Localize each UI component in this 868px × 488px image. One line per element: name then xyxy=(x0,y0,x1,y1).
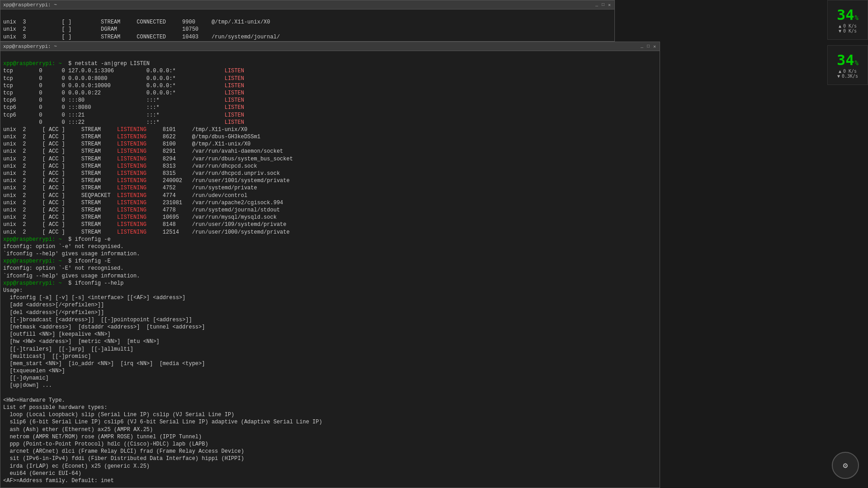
speed-number-2: 34 xyxy=(837,52,854,69)
dynamic-line: [[-]dynamic] xyxy=(3,375,49,381)
hw-type-4: netrom (AMPR NET/ROM) rose (AMPR ROSE) t… xyxy=(3,434,202,440)
tcp-line-4: tcp 0 0 0.0.0.0:22 0.0.0.0:* LISTEN xyxy=(3,90,244,96)
ifconfig-err1: ifconfig: option `-e' not recognised. xyxy=(3,244,123,250)
prompt-3: xpp@raspberrypi: ~ $ ifconfig -E xyxy=(3,258,111,264)
download-icon-1: ▼ xyxy=(839,28,841,33)
line-1: unix 3 [ ] STREAM CONNECTED 9900 @/tmp/.… xyxy=(3,19,270,25)
af-label: <AF>=Address family. Default: inet xyxy=(3,478,114,484)
window-controls-main[interactable]: _ □ ✕ xyxy=(640,44,657,49)
unix-line-15: unix 2 [ ACC ] STREAM LISTENING 12514 /r… xyxy=(3,229,290,235)
speed-number-1: 34 xyxy=(837,6,854,23)
close-btn-top[interactable]: ✕ xyxy=(607,2,612,8)
netmask-line: [netmask <address>] [dstaddr <address>] … xyxy=(3,324,205,330)
hw-line: [hw <HW> <address>] [metric <NN>] [mtu <… xyxy=(3,338,160,345)
unix-line-9: unix 2 [ ACC ] STREAM LISTENING 4752 /ru… xyxy=(3,185,257,191)
hw-type-8: irda (IrLAP) ec (Econet) x25 (generic X.… xyxy=(3,463,150,469)
hw-type-9: eui64 (Generic EUI-64) xyxy=(3,470,81,477)
ifconfig-err2: `ifconfig --help' gives usage informatio… xyxy=(3,251,140,257)
hw-type-3: ash (Ash) ether (Ethernet) ax25 (AMPR AX… xyxy=(3,427,153,433)
title-main: xpp@raspberrypi: ~ xyxy=(3,44,57,49)
speed-unit-1: % xyxy=(855,14,859,21)
tcp-line-3: tcp 0 0 0.0.0.0:10000 0.0.0.0:* LISTEN xyxy=(3,83,244,89)
hw-type-5: ppp (Point-to-Point Protocol) hdlc ((Cis… xyxy=(3,441,208,447)
titlebar-main: xpp@raspberrypi: ~ _ □ ✕ xyxy=(0,42,660,51)
unix-line-14: unix 2 [ ACC ] STREAM LISTENING 8148 /ru… xyxy=(3,221,287,228)
upload-speed-2: 0 K/s xyxy=(843,69,857,74)
hw-type-1: loop (Local Loopback) slip (Serial Line … xyxy=(3,412,234,418)
speed-display-2: 34 % xyxy=(837,52,859,69)
unix-line-10: unix 2 [ ACC ] SEQPACKET LISTENING 4774 … xyxy=(3,192,247,199)
upload-icon-2: ▲ xyxy=(839,69,841,74)
tcp6-line-3: tcp6 0 0 :::21 :::* LISTEN xyxy=(3,112,244,118)
titlebar-top: xpp@raspberrypi: ~ _ □ ✕ xyxy=(0,0,614,9)
unix-line-5: unix 2 [ ACC ] STREAM LISTENING 8294 /va… xyxy=(3,156,293,162)
txqueue-line: [txqueuelen <NN>] xyxy=(3,368,65,374)
unix-line-11: unix 2 [ ACC ] STREAM LISTENING 231081 /… xyxy=(3,200,283,206)
updown-line: [up|down] ... xyxy=(3,382,52,389)
tcp6-line-2: tcp6 0 0 :::8080 :::* LISTEN xyxy=(3,104,244,111)
unix-line-8: unix 2 [ ACC ] STREAM LISTENING 240002 /… xyxy=(3,178,290,184)
unix-line-6: unix 2 [ ACC ] STREAM LISTENING 8313 /va… xyxy=(3,163,257,169)
maximize-btn-main[interactable]: □ xyxy=(646,44,651,49)
unix-line-1: unix 2 [ ACC ] STREAM LISTENING 8101 /tm… xyxy=(3,127,247,133)
unix-line-12: unix 2 [ ACC ] STREAM LISTENING 4778 /ru… xyxy=(3,207,280,213)
download-row-2: ▼ 0.3K/s xyxy=(837,74,858,79)
hw-type-7: sit (IPv6-in-IPv4) fddi (Fiber Distribut… xyxy=(3,455,244,462)
minimize-btn-main[interactable]: _ xyxy=(640,44,644,49)
tcp6-line-4: 0 0 :::22 :::* LISTEN xyxy=(3,119,244,126)
prompt-2: xpp@raspberrypi: ~ $ ifconfig -e xyxy=(3,236,111,243)
corner-widget[interactable]: ⚙ xyxy=(832,452,859,479)
net-monitor-2: 34 % ▲ 0 K/s ▼ 0.3K/s xyxy=(827,45,868,85)
blank1 xyxy=(3,390,6,396)
trailers-line: [[-]trailers] [[-]arp] [[-]allmulti] xyxy=(3,346,133,352)
unix-line-13: unix 2 [ ACC ] STREAM LISTENING 10695 /v… xyxy=(3,214,277,221)
download-speed-1: 0 K/s xyxy=(843,28,857,33)
speed-unit-2: % xyxy=(855,59,859,66)
download-row-1: ▼ 0 K/s xyxy=(839,28,857,33)
download-speed-2: 0.3K/s xyxy=(842,74,858,79)
hw-type-2: slip6 (6-bit Serial Line IP) cslip6 (VJ … xyxy=(3,419,322,425)
line-2: unix 2 [ ] DGRAM 10750 xyxy=(3,26,198,33)
ifconfig-err4: `ifconfig --help' gives usage informatio… xyxy=(3,273,140,279)
hw-types-label: List of possible hardware types: xyxy=(3,404,107,411)
terminal-top[interactable]: xpp@raspberrypi: ~ _ □ ✕ unix 3 [ ] STRE… xyxy=(0,0,615,42)
hw-type-6: arcnet (ARCnet) dlci (Frame Relay DLCI) … xyxy=(3,448,244,455)
upload-icon-1: ▲ xyxy=(839,23,841,28)
minimize-btn-top[interactable]: _ xyxy=(594,2,599,8)
upload-row-2: ▲ 0 K/s xyxy=(839,69,857,74)
speed-display-1: 34 % xyxy=(837,6,859,23)
unix-line-7: unix 2 [ ACC ] STREAM LISTENING 8315 /va… xyxy=(3,170,280,177)
window-controls-top[interactable]: _ □ ✕ xyxy=(594,2,612,8)
download-icon-2: ▼ xyxy=(837,74,840,79)
multicast-line: [multicast] [[-]promisc] xyxy=(3,353,91,360)
maximize-btn-top[interactable]: □ xyxy=(601,2,605,8)
outfill-line: [outfill <NN>] [keepalive <NN>] xyxy=(3,331,111,338)
upload-speed-1: 0 K/s xyxy=(843,23,857,28)
terminal-content-main: xpp@raspberrypi: ~ $ netstat -an|grep LI… xyxy=(0,51,660,488)
net-monitor-1: 34 % ▲ 0 K/s ▼ 0 K/s xyxy=(827,0,868,40)
mem-line: [mem_start <NN>] [io_addr <NN>] [irq <NN… xyxy=(3,361,205,367)
broadcast-line: [[-]broadcast [<address>]] [[-]pointopoi… xyxy=(3,317,192,323)
tcp-line-1: tcp 0 0 127.0.0.1:3306 0.0.0.0:* LISTEN xyxy=(3,68,244,74)
title-top: xpp@raspberrypi: ~ xyxy=(3,2,57,8)
unix-line-3: unix 2 [ ACC ] STREAM LISTENING 8100 @/t… xyxy=(3,141,250,147)
ifconfig-usage: ifconfig [-a] [-v] [-s] <interface> [[<A… xyxy=(3,295,185,301)
tcp6-line-1: tcp6 0 0 :::80 :::* LISTEN xyxy=(3,97,244,103)
usage-line: Usage: xyxy=(3,287,23,294)
add-line: [add <address>[/<prefixlen>]] xyxy=(3,302,104,308)
hw-label: <HW>=Hardware Type. xyxy=(3,397,65,404)
tcp-line-2: tcp 0 0 0.0.0.0:8080 0.0.0.0:* LISTEN xyxy=(3,75,244,82)
corner-icon: ⚙ xyxy=(843,460,848,470)
line-3: unix 3 [ ] STREAM CONNECTED 10403 /run/s… xyxy=(3,34,280,40)
unix-line-4: unix 2 [ ACC ] STREAM LISTENING 8291 /va… xyxy=(3,148,283,155)
unix-line-2: unix 2 [ ACC ] STREAM LISTENING 8622 @/t… xyxy=(3,134,260,140)
close-btn-main[interactable]: ✕ xyxy=(652,44,657,49)
prompt-4: xpp@raspberrypi: ~ $ ifconfig --help xyxy=(3,280,123,286)
del-line: [del <address>[/<prefixlen>]] xyxy=(3,310,104,316)
upload-row-1: ▲ 0 K/s xyxy=(839,23,857,28)
terminal-main[interactable]: xpp@raspberrypi: ~ _ □ ✕ xpp@raspberrypi… xyxy=(0,42,660,488)
prompt-1: xpp@raspberrypi: ~ $ netstat -an|grep LI… xyxy=(3,61,150,67)
ifconfig-err3: ifconfig: option `-E' not recognised. xyxy=(3,265,123,272)
